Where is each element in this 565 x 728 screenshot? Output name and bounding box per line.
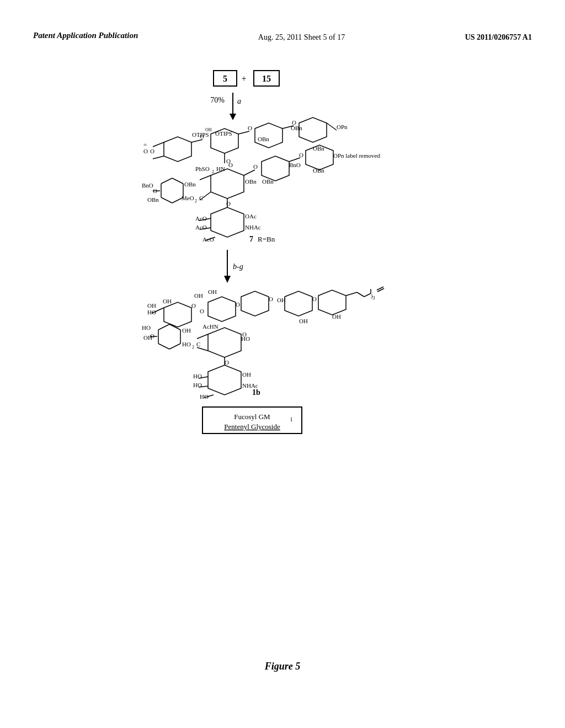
sheet-info: Aug. 25, 2011 Sheet 5 of 17 — [258, 30, 345, 43]
svg-line-52 — [200, 175, 211, 180]
publication-label: Patent Application Publication — [33, 30, 138, 41]
svg-text:C: C — [196, 341, 200, 347]
svg-marker-12 — [164, 137, 191, 162]
svg-marker-7 — [230, 114, 236, 120]
svg-text:OBn: OBn — [262, 178, 274, 185]
svg-text:2: 2 — [192, 345, 194, 350]
svg-text:HO: HO — [142, 324, 151, 331]
svg-text:=: = — [143, 141, 147, 148]
svg-text:R=Bn: R=Bn — [258, 235, 275, 243]
svg-text:HO: HO — [147, 309, 156, 315]
svg-line-126 — [197, 347, 208, 351]
svg-text:PhSO: PhSO — [195, 165, 210, 172]
svg-text:HO: HO — [182, 341, 191, 347]
svg-text:O: O — [253, 163, 258, 170]
svg-text:OH: OH — [299, 318, 308, 324]
svg-text:3: 3 — [372, 295, 375, 301]
svg-text:OH: OH — [242, 371, 251, 378]
scheme-container: 5 + 15 70% a — [33, 65, 532, 644]
page: Patent Application Publication Aug. 25, … — [0, 0, 565, 728]
svg-text:OAc: OAc — [245, 213, 257, 220]
svg-text:O: O — [269, 296, 273, 302]
svg-text:OBn: OBn — [313, 167, 324, 174]
svg-text:OH: OH — [205, 127, 212, 132]
svg-text:OH: OH — [182, 327, 191, 334]
svg-text:+: + — [241, 74, 246, 83]
svg-text:OBn: OBn — [245, 178, 257, 185]
svg-text:AcO: AcO — [195, 215, 207, 222]
svg-marker-80 — [224, 276, 231, 283]
svg-line-13 — [153, 142, 164, 147]
svg-text:b-g: b-g — [233, 263, 243, 271]
svg-marker-28 — [299, 117, 327, 142]
figure-caption: Figure 5 — [265, 661, 301, 672]
svg-text:OPn: OPn — [337, 124, 348, 130]
svg-text:O: O — [242, 331, 247, 338]
svg-line-101 — [357, 292, 364, 297]
svg-marker-97 — [285, 291, 312, 316]
svg-text:Fucosyl GM: Fucosyl GM — [234, 413, 270, 421]
svg-text:O: O — [143, 148, 148, 154]
svg-text:O: O — [228, 162, 233, 168]
svg-marker-131 — [208, 365, 241, 395]
main-content: 5 + 15 70% a — [0, 49, 565, 694]
svg-line-56 — [244, 170, 255, 175]
svg-line-29 — [327, 123, 337, 130]
svg-text:NHAc: NHAc — [245, 224, 261, 231]
svg-line-116 — [158, 344, 169, 349]
svg-marker-58 — [262, 156, 289, 181]
svg-text:AcHN: AcHN — [202, 323, 218, 330]
svg-text:BnO: BnO — [142, 182, 153, 189]
svg-text:OBn: OBn — [147, 196, 159, 203]
svg-text:O: O — [248, 125, 252, 131]
svg-line-43 — [161, 197, 172, 203]
svg-text:O: O — [236, 301, 240, 308]
svg-text:2: 2 — [195, 199, 197, 204]
svg-marker-84 — [164, 302, 191, 327]
svg-text:O: O — [200, 308, 204, 314]
svg-text:O: O — [225, 359, 229, 366]
patent-number: US 2011/0206757 A1 — [465, 30, 532, 43]
svg-text:O: O — [150, 148, 154, 154]
svg-text:70%: 70% — [210, 96, 225, 104]
svg-line-112 — [158, 324, 169, 330]
svg-text:O: O — [299, 152, 303, 158]
svg-marker-68 — [211, 207, 244, 237]
svg-marker-124 — [208, 328, 241, 357]
svg-text:5: 5 — [223, 74, 227, 83]
svg-text:OPn label removed: OPn label removed — [333, 152, 380, 159]
svg-line-102 — [364, 293, 371, 297]
svg-text:1: 1 — [290, 416, 293, 422]
svg-text:OBn: OBn — [258, 136, 269, 142]
svg-text:OH: OH — [147, 302, 156, 309]
svg-text:O: O — [226, 200, 231, 207]
svg-text:O: O — [150, 333, 154, 339]
svg-text:O: O — [292, 119, 296, 126]
svg-text:MeO: MeO — [182, 195, 194, 201]
svg-line-125 — [197, 334, 208, 339]
svg-text:Pentenyl Glycoside: Pentenyl Glycoside — [224, 422, 280, 431]
svg-marker-99 — [318, 290, 346, 315]
svg-marker-90 — [208, 297, 236, 322]
svg-marker-94 — [241, 291, 269, 316]
svg-line-40 — [172, 178, 183, 184]
svg-text:HO: HO — [193, 373, 202, 379]
header: Patent Application Publication Aug. 25, … — [0, 0, 565, 49]
svg-text:BnO: BnO — [289, 162, 301, 168]
svg-text:7: 7 — [249, 235, 253, 243]
svg-line-14 — [153, 156, 164, 159]
svg-text:a: a — [237, 97, 241, 105]
svg-text:OBn: OBn — [184, 181, 196, 188]
svg-text:2: 2 — [212, 169, 214, 174]
svg-line-115 — [169, 344, 180, 349]
svg-line-18 — [191, 140, 202, 142]
svg-text:O: O — [200, 133, 204, 140]
reaction-scheme-svg: 5 + 15 70% a — [62, 65, 503, 644]
svg-line-21 — [238, 131, 249, 134]
svg-text:OH: OH — [163, 298, 172, 304]
svg-text:O: O — [191, 302, 196, 309]
svg-text:1b: 1b — [252, 388, 260, 397]
svg-line-39 — [161, 178, 172, 184]
svg-text:O: O — [312, 296, 317, 302]
svg-text:OH: OH — [332, 313, 341, 320]
